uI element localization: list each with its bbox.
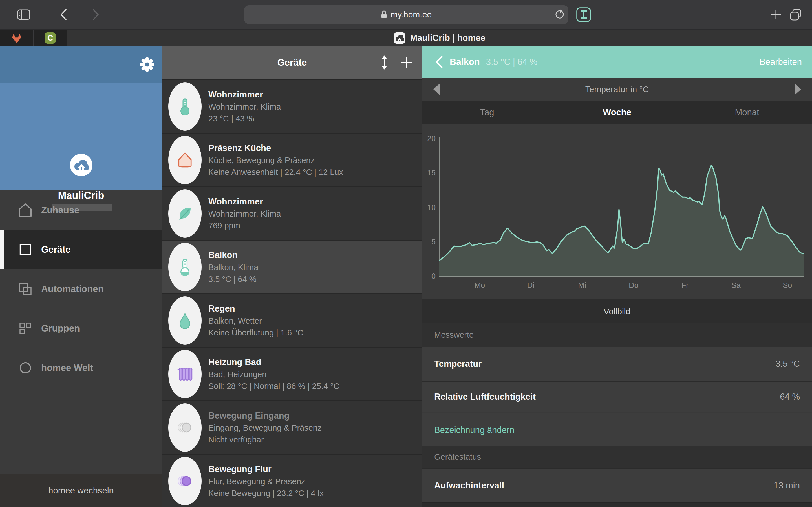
- browser-toolbar: my.hom.ee: [0, 0, 812, 29]
- row-luftfeuchtigkeit[interactable]: Relative Luftfeuchtigkeit 64 %: [422, 382, 812, 412]
- row-value: 64 %: [780, 392, 800, 402]
- device-list: Wohnzimmer Wohnzimmer, Klima 23 °C | 43 …: [162, 80, 422, 507]
- next-row-sliver: [422, 502, 812, 507]
- thermometer-outline-icon: [176, 258, 194, 276]
- device-status: Soll: 28 °C | Normal | 86 % | 25.4 °C: [208, 382, 340, 391]
- x-tick-label: Do: [622, 281, 645, 290]
- settings-button[interactable]: [140, 57, 155, 72]
- motion-sensor-icon: [176, 473, 193, 490]
- groups-icon: [17, 321, 33, 336]
- device-row-heizung-bad[interactable]: Heizung Bad Bad, Heizungen Soll: 28 °C |…: [162, 348, 422, 401]
- drop-icon: [177, 312, 193, 329]
- device-status: Keine Bewegung | 23.2 °C | 4 lx: [208, 489, 324, 498]
- sidebar-item-label: Automationen: [41, 284, 104, 294]
- row-label: Temperatur: [434, 359, 481, 369]
- extension-button[interactable]: [575, 6, 592, 23]
- add-device-button[interactable]: [400, 56, 413, 69]
- device-row-regen[interactable]: Regen Balkon, Wetter Keine Überflutung |…: [162, 294, 422, 348]
- tab-strip: C MauliCrib | homee: [0, 29, 812, 46]
- period-tabs: Tag Woche Monat: [422, 101, 812, 124]
- pinned-tab-app[interactable]: C: [34, 30, 67, 46]
- sidebar-item-geraete[interactable]: Geräte: [0, 230, 162, 269]
- url-text: my.hom.ee: [391, 10, 432, 19]
- fullscreen-button[interactable]: Vollbild: [422, 298, 812, 324]
- x-tick-label: Mo: [469, 281, 491, 290]
- area-chart-svg: [439, 138, 804, 276]
- device-avatar: [168, 350, 202, 398]
- y-axis-labels: 05101520: [422, 138, 436, 276]
- active-tab-title: MauliCrib | homee: [410, 33, 485, 43]
- sidebar-item-label: Zuhause: [41, 205, 80, 216]
- switch-homee-button[interactable]: homee wechseln: [0, 474, 162, 507]
- device-row-balkon[interactable]: Balkon Balkon, Klima 3.5 °C | 64 %: [162, 240, 422, 294]
- detail-title: Balkon: [450, 57, 480, 67]
- tab-tag[interactable]: Tag: [422, 101, 552, 124]
- tab-overview-button[interactable]: [784, 0, 807, 29]
- x-tick-label: Di: [520, 281, 542, 290]
- sidebar: MauliCrib Zuhause Geräte: [0, 46, 162, 507]
- row-temperatur[interactable]: Temperatur 3.5 °C: [422, 347, 812, 382]
- row-value: 13 min: [774, 481, 800, 491]
- device-row-bewegung-flur[interactable]: Bewegung Flur Flur, Bewegung & Präsenz K…: [162, 455, 422, 507]
- device-subtitle: Flur, Bewegung & Präsenz: [208, 477, 324, 486]
- sidebar-toggle-button[interactable]: [12, 0, 35, 29]
- rename-link[interactable]: Bezeichnung ändern: [422, 413, 812, 446]
- sidebar-item-automationen[interactable]: Automationen: [0, 269, 162, 309]
- devices-icon: [17, 242, 33, 258]
- chart-nav-bar: Temperatur in °C: [422, 78, 812, 101]
- y-tick-label: 20: [422, 134, 436, 143]
- device-title: Regen: [208, 304, 303, 314]
- sidebar-profile[interactable]: MauliCrib: [0, 83, 162, 190]
- device-subtitle: Bad, Heizungen: [208, 370, 340, 379]
- device-subtitle: Küche, Bewegung & Präsenz: [208, 156, 343, 165]
- y-tick-label: 15: [422, 169, 436, 177]
- back-button[interactable]: [54, 0, 73, 29]
- gear-icon: [140, 57, 155, 72]
- x-axis-line: [439, 276, 804, 277]
- forward-chevron-icon: [92, 9, 100, 20]
- back-button[interactable]: [434, 55, 445, 69]
- x-axis-labels: MoDiMiDoFrSaSo: [439, 281, 804, 292]
- homee-cloud-logo: [70, 154, 93, 177]
- device-row-bewegung-eingang[interactable]: Bewegung Eingang Eingang, Bewegung & Prä…: [162, 401, 422, 455]
- sidebar-item-gruppen[interactable]: Gruppen: [0, 309, 162, 348]
- motion-sensor-icon: [176, 419, 193, 436]
- x-tick-label: So: [776, 281, 799, 290]
- device-row-wohnzimmer-klima[interactable]: Wohnzimmer Wohnzimmer, Klima 23 °C | 43 …: [162, 80, 422, 133]
- pinned-tab-gitlab[interactable]: [0, 30, 34, 46]
- switch-homee-label: homee wechseln: [48, 486, 114, 496]
- tab-woche[interactable]: Woche: [552, 101, 682, 124]
- active-tab[interactable]: MauliCrib | homee: [67, 30, 812, 46]
- extension-i-icon: [576, 7, 592, 22]
- row-label: Relative Luftfeuchtigkeit: [434, 392, 536, 402]
- chart-title: Temperatur in °C: [422, 78, 812, 101]
- url-bar[interactable]: my.hom.ee: [244, 5, 568, 24]
- chart-next-arrow-icon[interactable]: [795, 83, 801, 95]
- x-tick-label: Sa: [725, 281, 748, 290]
- back-chevron-icon: [60, 9, 67, 20]
- chart-area-fill: [439, 165, 804, 276]
- row-aufwachintervall[interactable]: Aufwachintervall 13 min: [422, 468, 812, 502]
- chart-prev-arrow-icon[interactable]: [434, 83, 440, 95]
- device-row-wohnzimmer-co2[interactable]: Wohnzimmer Wohnzimmer, Klima 769 ppm: [162, 187, 422, 240]
- lock-icon: [381, 10, 387, 19]
- device-row-praesenz-kueche[interactable]: Präsenz Küche Küche, Bewegung & Präsenz …: [162, 133, 422, 187]
- new-tab-button[interactable]: [765, 0, 787, 29]
- automations-icon: [17, 281, 33, 297]
- sidebar-toggle-icon: [17, 8, 31, 21]
- device-title: Bewegung Flur: [208, 464, 324, 474]
- gitlab-icon: [11, 33, 22, 44]
- tab-monat[interactable]: Monat: [682, 101, 812, 124]
- device-subtitle: Balkon, Klima: [208, 263, 258, 272]
- device-title: Bewegung Eingang: [208, 411, 321, 421]
- sidebar-item-homee-welt[interactable]: homee Welt: [0, 348, 162, 388]
- green-c-app-icon: C: [44, 32, 56, 44]
- sort-button[interactable]: [378, 55, 391, 70]
- forward-button[interactable]: [86, 0, 106, 29]
- sidebar-item-zuhause[interactable]: Zuhause: [0, 190, 162, 230]
- device-title: Wohnzimmer: [208, 196, 281, 207]
- device-subtitle: Balkon, Wetter: [208, 316, 303, 326]
- device-status: 3.5 °C | 64 %: [208, 275, 258, 284]
- edit-button[interactable]: Bearbeiten: [760, 57, 802, 67]
- reload-button[interactable]: [550, 5, 568, 24]
